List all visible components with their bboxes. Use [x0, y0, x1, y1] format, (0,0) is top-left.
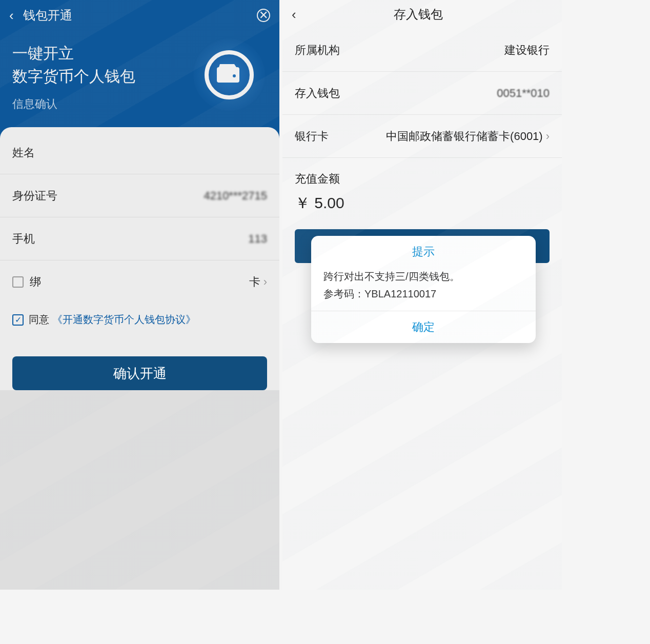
row-wallet[interactable]: 存入钱包 0051**010: [282, 72, 562, 115]
label-phone: 手机: [12, 231, 35, 247]
value-card: 中国邮政储蓄银行储蓄卡(6001): [386, 129, 543, 144]
page-title: 存入钱包: [284, 6, 553, 23]
submit-button[interactable]: 确认开通: [12, 356, 267, 390]
dialog-ok-button[interactable]: 确定: [311, 311, 536, 343]
checkbox-agree[interactable]: ✓: [12, 314, 24, 326]
value-amount: ￥ 5.00: [282, 191, 562, 229]
agreement-link[interactable]: 《开通数字货币个人钱包协议》: [52, 313, 196, 327]
agree-row: ✓ 同意 《开通数字货币个人钱包协议》: [0, 304, 279, 336]
label-org: 所属机构: [295, 43, 340, 58]
row-card[interactable]: 银行卡 中国邮政储蓄银行储蓄卡(6001) ›: [282, 115, 562, 158]
screen-deposit: ‹ 存入钱包 所属机构 建设银行 存入钱包 0051**010 银行卡 中国邮政…: [282, 0, 562, 590]
dialog-line1: 跨行对出不支持三/四类钱包。: [323, 268, 523, 285]
dialog-body: 跨行对出不支持三/四类钱包。 参考码：YBLA12110017: [311, 264, 536, 311]
dialog-reference: 提示 跨行对出不支持三/四类钱包。 参考码：YBLA12110017 确定: [311, 236, 536, 343]
chevron-right-icon: ›: [546, 130, 550, 143]
value-org: 建设银行: [504, 43, 550, 58]
agree-label: 同意: [29, 313, 49, 327]
label-card: 银行卡: [295, 129, 329, 144]
row-id[interactable]: 身份证号 4210***2715: [0, 174, 279, 217]
row-name[interactable]: 姓名: [0, 131, 279, 174]
label-wallet: 存入钱包: [295, 86, 340, 101]
header: ‹ 存入钱包: [282, 0, 562, 29]
form-area: 姓名 身份证号 4210***2715 手机 113 绑 卡 › ✓ 同意 《开…: [0, 127, 279, 390]
row-bind-card[interactable]: 绑 卡 ›: [0, 260, 279, 304]
chevron-right-icon: ›: [263, 275, 267, 289]
label-bind-suffix: 卡: [249, 274, 260, 290]
value-id: 4210***2715: [204, 189, 267, 203]
screen-wallet-open: ‹ 钱包开通 ✕ 一键开立 数字货币个人钱包 信息确认 姓名 身份证号 4210…: [0, 0, 279, 590]
dialog-line2: 参考码：YBLA12110017: [323, 285, 523, 303]
label-name: 姓名: [12, 145, 35, 160]
label-bind-prefix: 绑: [30, 274, 41, 290]
row-org: 所属机构 建设银行: [282, 29, 562, 72]
label-amount: 充值金额: [282, 158, 562, 191]
row-phone[interactable]: 手机 113: [0, 217, 279, 260]
checkbox-bind-card[interactable]: [12, 276, 24, 288]
value-wallet: 0051**010: [497, 87, 550, 100]
dialog-title: 提示: [311, 236, 536, 264]
value-phone: 113: [248, 232, 267, 246]
label-id: 身份证号: [12, 188, 57, 204]
